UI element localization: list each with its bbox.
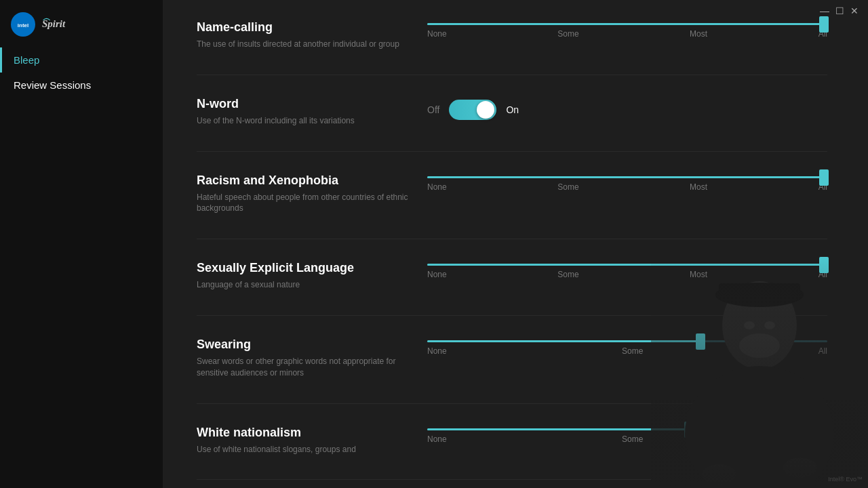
svg-point-7 — [744, 321, 755, 329]
section-name-calling-title: Name-calling — [197, 20, 427, 35]
swearing-slider-container: None Some All — [427, 340, 827, 356]
section-swearing: Swearing Swear words or other graphic wo… — [197, 338, 827, 404]
maximize-button[interactable]: ☐ — [834, 5, 845, 16]
section-sexually-explicit-title: Sexually Explicit Language — [197, 261, 427, 275]
sidebar-header: intel Spirit — [0, 5, 163, 47]
section-n-word-title: N-word — [197, 97, 427, 111]
white-nationalism-slider-fill — [427, 428, 688, 430]
white-nationalism-slider-labels: None Some All — [427, 434, 827, 444]
racism-slider-container: None Some Most All — [427, 176, 827, 192]
swearing-slider-track[interactable] — [427, 340, 827, 342]
name-calling-slider-track[interactable] — [427, 23, 827, 25]
section-swearing-desc: Swear words or other graphic words not a… — [197, 356, 427, 379]
sidebar: intel Spirit Bleep Review Sessions — [0, 0, 163, 488]
sexually-explicit-slider-labels: None Some Most All — [427, 270, 827, 279]
name-calling-slider-fill — [427, 23, 827, 25]
white-nationalism-slider-thumb[interactable] — [684, 422, 694, 438]
toggle-knob — [477, 101, 494, 119]
section-name-calling: Name-calling The use of insults directed… — [197, 20, 827, 75]
sidebar-item-review-sessions[interactable]: Review Sessions — [0, 73, 163, 98]
svg-point-8 — [764, 321, 775, 329]
section-white-nationalism: White nationalism Use of white nationali… — [197, 426, 827, 481]
white-nationalism-slider-container: None Some All — [427, 428, 827, 444]
name-calling-slider-container: None Some Most All — [427, 23, 827, 39]
toggle-on-label: On — [506, 104, 519, 115]
sexually-explicit-slider-container: None Some Most All — [427, 264, 827, 279]
name-calling-slider-labels: None Some Most All — [427, 29, 827, 39]
close-button[interactable]: ✕ — [849, 5, 860, 16]
swearing-slider-thumb[interactable] — [696, 333, 705, 350]
racism-slider-labels: None Some Most All — [427, 182, 827, 192]
section-white-nationalism-desc: Use of white nationalist slogans, groups… — [197, 444, 427, 455]
window-controls: — ☐ ✕ — [819, 5, 860, 16]
minimize-button[interactable]: — — [819, 5, 830, 16]
svg-text:Spirit: Spirit — [42, 18, 66, 28]
racism-slider-thumb[interactable] — [819, 169, 829, 186]
toggle-off-label: Off — [427, 104, 439, 115]
racism-slider-fill — [427, 176, 827, 178]
section-name-calling-desc: The use of insults directed at another i… — [197, 39, 427, 50]
swearing-slider-fill — [427, 340, 699, 342]
sidebar-item-bleep[interactable]: Bleep — [0, 47, 163, 73]
sexually-explicit-slider-thumb[interactable] — [819, 257, 829, 273]
n-word-toggle[interactable] — [449, 100, 496, 120]
intel-badge: Intel® Evo™ — [828, 476, 863, 483]
svg-text:intel: intel — [18, 22, 28, 28]
section-n-word-desc: Use of the N-word including all its vari… — [197, 115, 427, 127]
n-word-toggle-row: Off On — [427, 100, 827, 120]
section-sexually-explicit-desc: Language of a sexual nature — [197, 279, 427, 291]
main-content: — ☐ ✕ Name-calling The use of insults di… — [163, 0, 868, 488]
intel-logo: intel — [11, 12, 35, 37]
section-white-nationalism-title: White nationalism — [197, 426, 427, 440]
section-racism-xenophobia: Racism and Xenophobia Hateful speech abo… — [197, 174, 827, 240]
name-calling-slider-thumb[interactable] — [819, 16, 829, 33]
section-racism-desc: Hateful speech about people from other c… — [197, 192, 427, 215]
section-racism-title: Racism and Xenophobia — [197, 174, 427, 188]
swearing-slider-labels: None Some All — [427, 346, 827, 356]
sexually-explicit-slider-fill — [427, 264, 827, 266]
spirit-logo: Spirit — [42, 13, 76, 37]
racism-slider-track[interactable] — [427, 176, 827, 178]
section-swearing-title: Swearing — [197, 338, 427, 352]
section-sexually-explicit: Sexually Explicit Language Language of a… — [197, 261, 827, 316]
white-nationalism-slider-track[interactable] — [427, 428, 827, 430]
sexually-explicit-slider-track[interactable] — [427, 264, 827, 266]
section-n-word: N-word Use of the N-word including all i… — [197, 97, 827, 152]
